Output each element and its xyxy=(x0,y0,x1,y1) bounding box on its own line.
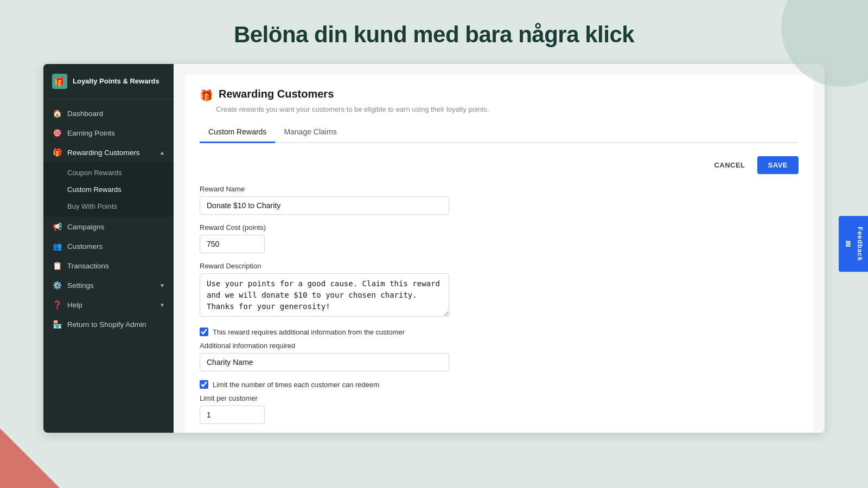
sidebar-label-dashboard: Dashboard xyxy=(67,110,103,118)
page-headline: Belöna din kund med bara några klick xyxy=(0,0,868,64)
sidebar-item-custom-rewards[interactable]: Custom Rewards xyxy=(43,181,174,198)
sidebar-label-campaigns: Campaigns xyxy=(67,223,104,231)
sidebar-item-settings[interactable]: ⚙️ Settings ▼ xyxy=(43,275,174,295)
sidebar: 🎁 Loyalty Points & Rewards 🏠 Dashboard 🎯… xyxy=(43,64,174,433)
reward-description-group: Reward Description Use your points for a… xyxy=(200,262,449,319)
sidebar-label-rewarding-customers: Rewarding Customers xyxy=(67,149,140,157)
reward-name-input[interactable] xyxy=(200,196,449,215)
additional-info-checkbox[interactable] xyxy=(200,328,208,336)
chevron-up-icon: ▲ xyxy=(159,150,165,156)
sidebar-item-earning-points[interactable]: 🎯 Earning Points xyxy=(43,123,174,143)
cancel-button[interactable]: CANCEL xyxy=(707,157,751,174)
main-content: 🎁 Rewarding Customers Create rewards you… xyxy=(174,64,825,433)
additional-info-field-label: Additional information required xyxy=(200,342,449,350)
additional-info-checkbox-label[interactable]: This reward requires additional informat… xyxy=(213,328,405,336)
sidebar-item-customers[interactable]: 👥 Customers xyxy=(43,236,174,256)
sidebar-label-help: Help xyxy=(67,301,82,309)
reward-name-label: Reward Name xyxy=(200,185,449,193)
chevron-down-icon-settings: ▼ xyxy=(159,282,165,288)
bg-triangle-decoration xyxy=(0,428,60,488)
tab-custom-rewards[interactable]: Custom Rewards xyxy=(200,122,275,143)
help-icon: ❓ xyxy=(52,300,62,309)
app-container: 🎁 Loyalty Points & Rewards 🏠 Dashboard 🎯… xyxy=(43,64,825,433)
save-button[interactable]: SAVE xyxy=(757,156,799,174)
campaign-icon: 📢 xyxy=(52,222,62,231)
limit-per-customer-group: Limit per customer xyxy=(200,394,799,424)
sidebar-label-earning-points: Earning Points xyxy=(67,129,115,137)
panel-title: Rewarding Customers xyxy=(219,88,334,100)
sidebar-brand[interactable]: 🎁 Loyalty Points & Rewards xyxy=(43,64,174,99)
panel-subtitle: Create rewards you want your customers t… xyxy=(216,105,799,113)
sidebar-label-customers: Customers xyxy=(67,242,103,251)
customers-icon: 👥 xyxy=(52,242,62,251)
home-icon: 🏠 xyxy=(52,109,62,118)
additional-info-field-group: Additional information required xyxy=(200,342,449,371)
additional-info-field-input[interactable] xyxy=(200,353,449,371)
form-actions: CANCEL SAVE xyxy=(200,156,799,174)
brand-icon: 🎁 xyxy=(52,74,67,89)
sidebar-label-return-shopify: Return to Shopify Admin xyxy=(67,320,146,329)
settings-icon: ⚙️ xyxy=(52,281,62,290)
limit-per-customer-checkbox-row: Limit the number of times each customer … xyxy=(200,380,799,389)
tabs-container: Custom Rewards Manage Claims xyxy=(200,122,799,143)
content-panel: 🎁 Rewarding Customers Create rewards you… xyxy=(184,75,814,433)
sidebar-item-campaigns[interactable]: 📢 Campaigns xyxy=(43,217,174,236)
reward-cost-input[interactable] xyxy=(200,235,265,253)
sidebar-item-buy-with-points[interactable]: Buy With Points xyxy=(43,198,174,215)
sidebar-item-coupon-rewards[interactable]: Coupon Rewards xyxy=(43,164,174,181)
sidebar-subnav-rewarding: Coupon Rewards Custom Rewards Buy With P… xyxy=(43,162,174,217)
reward-cost-label: Reward Cost (points) xyxy=(200,223,799,232)
additional-info-checkbox-row: This reward requires additional informat… xyxy=(200,328,799,336)
reward-name-group: Reward Name xyxy=(200,185,449,215)
sidebar-item-transactions[interactable]: 📋 Transactions xyxy=(43,256,174,275)
shopify-icon: 🏪 xyxy=(52,320,62,329)
target-icon: 🎯 xyxy=(52,129,62,137)
feedback-label: Feedback xyxy=(856,227,864,261)
sidebar-item-help[interactable]: ❓ Help ▼ xyxy=(43,295,174,314)
panel-header: 🎁 Rewarding Customers xyxy=(200,88,799,102)
envelope-icon: ✉ xyxy=(843,240,852,248)
limit-per-customer-checkbox[interactable] xyxy=(200,380,208,389)
gift-icon: 🎁 xyxy=(52,148,62,157)
limit-per-customer-input[interactable] xyxy=(200,406,265,424)
sidebar-item-rewarding-customers[interactable]: 🎁 Rewarding Customers ▲ xyxy=(43,143,174,162)
sidebar-label-settings: Settings xyxy=(67,281,94,290)
sidebar-label-transactions: Transactions xyxy=(67,262,109,270)
panel-header-icon: 🎁 xyxy=(200,89,213,102)
limit-per-customer-label: Limit per customer xyxy=(200,394,799,402)
feedback-tab[interactable]: Feedback ✉ xyxy=(839,216,868,272)
reward-cost-group: Reward Cost (points) xyxy=(200,223,799,253)
sidebar-nav: 🏠 Dashboard 🎯 Earning Points 🎁 Rewarding… xyxy=(43,99,174,338)
reward-description-input[interactable]: Use your points for a good cause. Claim … xyxy=(200,273,449,317)
transactions-icon: 📋 xyxy=(52,261,62,270)
brand-name: Loyalty Points & Rewards xyxy=(73,77,159,86)
chevron-down-icon-help: ▼ xyxy=(159,302,165,308)
sidebar-item-return-shopify[interactable]: 🏪 Return to Shopify Admin xyxy=(43,314,174,334)
sidebar-item-dashboard[interactable]: 🏠 Dashboard xyxy=(43,104,174,123)
limit-per-customer-checkbox-label[interactable]: Limit the number of times each customer … xyxy=(213,381,379,389)
tab-manage-claims[interactable]: Manage Claims xyxy=(275,122,345,143)
reward-description-label: Reward Description xyxy=(200,262,449,270)
